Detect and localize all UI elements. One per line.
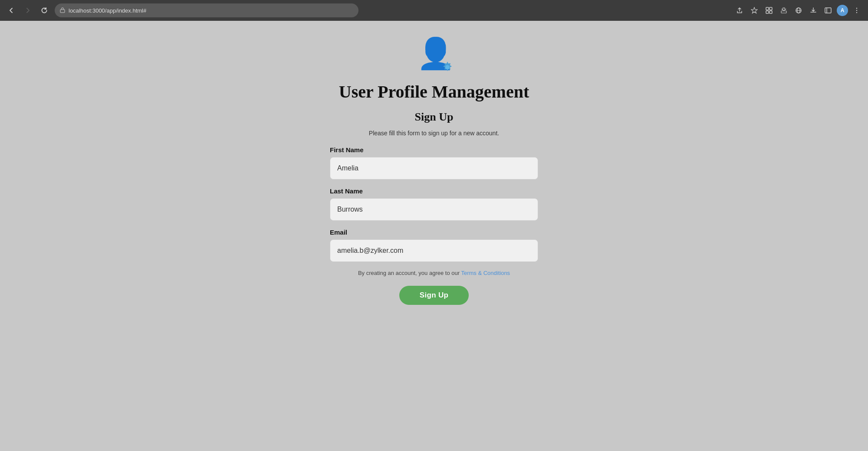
app-icon: 👤 [417, 38, 451, 73]
forward-button[interactable] [22, 4, 34, 16]
address-bar[interactable]: localhost:3000/app/index.html# [55, 3, 358, 17]
lock-icon [60, 7, 65, 14]
form-subtitle: Sign Up [415, 111, 454, 124]
svg-rect-0 [60, 10, 65, 13]
download-button[interactable] [807, 4, 819, 16]
email-input[interactable] [330, 239, 538, 262]
bookmark-button[interactable] [748, 4, 760, 16]
profile-avatar[interactable]: A [837, 5, 848, 16]
first-name-input[interactable] [330, 157, 538, 180]
browser-chrome: localhost:3000/app/index.html# [0, 0, 868, 21]
svg-rect-2 [766, 7, 769, 10]
sidebar-button[interactable] [822, 4, 834, 16]
form-container: Sign Up Please fill this form to sign up… [330, 111, 538, 305]
gear-icon [441, 61, 453, 73]
terms-text: By creating an account, you agree to our… [358, 270, 510, 276]
last-name-input[interactable] [330, 198, 538, 221]
first-name-label: First Name [330, 146, 538, 154]
page-title: User Profile Management [339, 82, 529, 102]
tab-grid-button[interactable] [763, 4, 775, 16]
terms-prefix: By creating an account, you agree to our [358, 270, 461, 276]
back-button[interactable] [5, 4, 17, 16]
menu-button[interactable] [851, 4, 863, 16]
email-label: Email [330, 229, 538, 236]
page-content: 👤 User Profile Management Sign Up Please… [0, 21, 868, 451]
browser-actions: A [733, 4, 863, 16]
share-button[interactable] [733, 4, 746, 16]
first-name-group: First Name [330, 146, 538, 180]
last-name-group: Last Name [330, 187, 538, 221]
form-description: Please fill this form to sign up for a n… [369, 130, 499, 137]
svg-point-13 [856, 10, 857, 11]
last-name-label: Last Name [330, 187, 538, 195]
extensions-button[interactable] [778, 4, 790, 16]
email-group: Email [330, 229, 538, 262]
svg-rect-10 [825, 8, 831, 13]
svg-marker-1 [751, 7, 757, 13]
url-text: localhost:3000/app/index.html# [69, 7, 146, 14]
signup-button[interactable]: Sign Up [399, 286, 469, 305]
vpn-button[interactable] [792, 4, 805, 16]
svg-point-14 [856, 12, 857, 13]
svg-point-16 [445, 65, 450, 69]
svg-rect-5 [769, 11, 772, 13]
svg-rect-4 [766, 11, 769, 13]
reload-button[interactable] [38, 4, 50, 16]
terms-link[interactable]: Terms & Conditions [461, 270, 510, 276]
svg-point-12 [856, 8, 857, 9]
svg-rect-3 [769, 7, 772, 10]
